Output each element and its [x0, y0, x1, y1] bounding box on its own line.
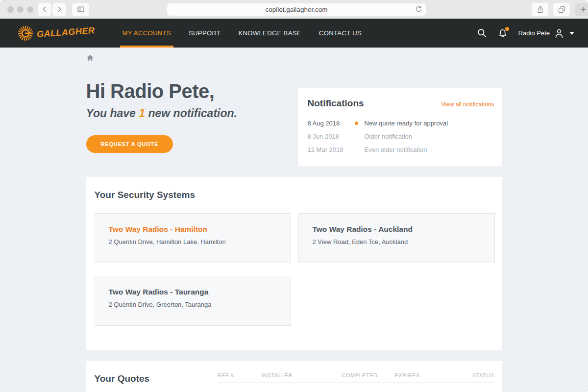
browser-chrome: copilot.gallagher.com: [0, 0, 588, 19]
security-systems-section: Your Security Systems Two Way Radios - H…: [86, 177, 502, 350]
notification-item[interactable]: 8 Aug 2018 New quote ready for approval: [308, 117, 494, 130]
system-name: Two Way Radios - Tauranga: [109, 288, 277, 296]
logo-wordmark: GALLAGHER: [36, 25, 95, 40]
breadcrumb-home[interactable]: [86, 54, 94, 62]
security-system-card[interactable]: Two Way Radios - Hamilton 2 Quentin Driv…: [95, 213, 291, 263]
notification-text: New quote ready for approval: [365, 120, 448, 127]
reload-icon[interactable]: [415, 5, 422, 13]
browser-window: copilot.gallagher.com GALLAGHER: [0, 0, 588, 392]
security-systems-title: Your Security Systems: [95, 190, 495, 200]
column-installer: INSTALLER: [262, 372, 342, 378]
notification-badge: [505, 27, 509, 31]
browser-back-button[interactable]: [38, 3, 51, 16]
notification-text: Older notification: [365, 133, 413, 140]
page-title: Hi Radio Pete,: [86, 80, 298, 102]
share-icon: [536, 5, 544, 14]
url-text: copilot.gallagher.com: [266, 6, 328, 13]
column-completed: COMPLETED: [342, 372, 395, 378]
system-name: Two Way Radios - Auckland: [313, 225, 481, 234]
site-header: GALLAGHER MY ACCOUNTS SUPPORT KNOWLEDGE …: [0, 19, 588, 48]
nav-my-accounts[interactable]: MY ACCOUNTS: [122, 19, 172, 48]
notification-date: 12 Mar 2018: [308, 146, 355, 153]
browser-forward-button[interactable]: [52, 3, 66, 16]
column-ref: REF #: [218, 372, 262, 378]
user-name: Radio Pete: [518, 29, 550, 37]
hero-section: Hi Radio Pete, You have 1 new notificati…: [86, 62, 502, 166]
window-close-button[interactable]: [7, 6, 14, 13]
column-status: STATUS: [472, 372, 494, 378]
user-icon: [554, 28, 564, 39]
window-controls: [7, 6, 33, 13]
main-nav: MY ACCOUNTS SUPPORT KNOWLEDGE BASE CONTA…: [122, 19, 362, 48]
share-button[interactable]: [532, 3, 548, 16]
notification-item[interactable]: 12 Mar 2018 Even older notification: [308, 143, 494, 156]
tab-overview-button[interactable]: [553, 3, 570, 16]
window-maximize-button[interactable]: [27, 6, 33, 13]
plus-icon: [580, 6, 587, 13]
window-minimize-button[interactable]: [17, 6, 24, 13]
system-address: 2 View Road, Eden Tce, Auckland: [313, 238, 481, 245]
notification-summary: You have 1 new notification.: [86, 107, 298, 121]
search-icon: [477, 28, 487, 38]
unread-dot-icon: [355, 122, 358, 125]
notifications-card: Notifications View all notifications 8 A…: [298, 88, 502, 166]
column-expires: EXPIRES: [395, 372, 472, 378]
chevron-right-icon: [55, 5, 63, 13]
request-quote-button[interactable]: REQUEST A QUOTE: [86, 135, 173, 153]
breadcrumb: [86, 48, 502, 62]
system-address: 2 Quentin Drive, Greerton, Tauranga: [109, 301, 277, 308]
view-all-notifications-link[interactable]: View all notifications: [441, 101, 494, 108]
new-tab-button[interactable]: [575, 3, 588, 16]
home-icon: [86, 54, 94, 62]
address-bar[interactable]: copilot.gallagher.com: [167, 3, 426, 16]
nav-knowledge-base[interactable]: KNOWLEDGE BASE: [238, 19, 301, 48]
gallagher-sunburst-icon: [17, 24, 34, 42]
quotes-table: REF # INSTALLER COMPLETED EXPIRES STATUS: [218, 361, 494, 392]
system-name: Two Way Radios - Hamilton: [109, 225, 277, 234]
tabs-icon: [558, 5, 566, 14]
nav-support[interactable]: SUPPORT: [189, 19, 220, 48]
quotes-title: Your Quotes: [95, 361, 218, 392]
notifications-button[interactable]: [497, 28, 508, 39]
notification-date: 8 Jun 2018: [308, 133, 355, 140]
security-system-card[interactable]: Two Way Radios - Tauranga 2 Quentin Driv…: [95, 276, 291, 326]
gallagher-logo[interactable]: GALLAGHER: [17, 24, 95, 42]
page-content: Hi Radio Pete, You have 1 new notificati…: [0, 48, 588, 392]
notification-text: Even older notification: [365, 146, 427, 153]
security-system-card[interactable]: Two Way Radios - Auckland 2 View Road, E…: [298, 213, 495, 263]
nav-contact-us[interactable]: CONTACT US: [319, 19, 362, 48]
search-button[interactable]: [477, 28, 487, 38]
notification-count: 1: [139, 107, 145, 120]
quotes-section: Your Quotes REF # INSTALLER COMPLETED EX…: [86, 361, 502, 392]
sidebar-toggle-button[interactable]: [72, 3, 89, 16]
notifications-title: Notifications: [308, 98, 364, 109]
system-address: 2 Quentin Drive, Hamilton Lake, Hamilton: [109, 238, 277, 245]
sidebar-icon: [76, 5, 85, 14]
chevron-left-icon: [41, 5, 49, 13]
notification-date: 8 Aug 2018: [308, 120, 355, 127]
notification-item[interactable]: 8 Jun 2018 Older notification: [308, 130, 494, 143]
user-menu[interactable]: Radio Pete: [518, 28, 574, 39]
quotes-table-header: REF # INSTALLER COMPLETED EXPIRES STATUS: [218, 372, 494, 383]
chevron-down-icon: [569, 32, 574, 35]
